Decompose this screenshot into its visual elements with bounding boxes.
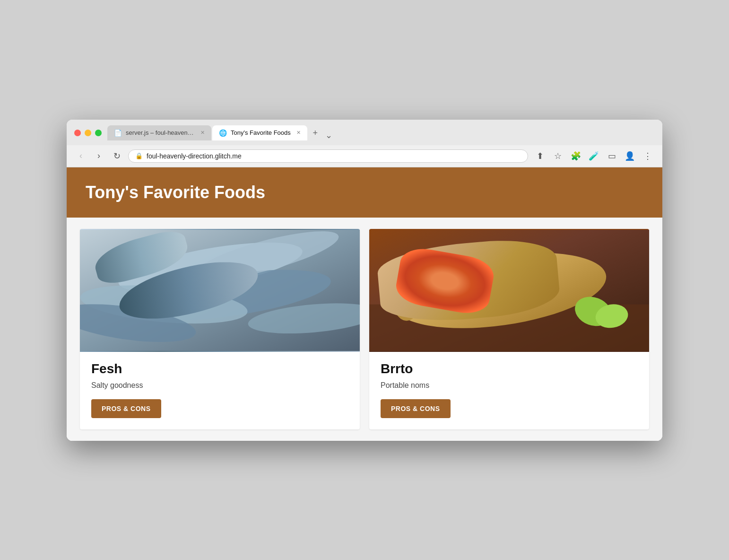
food-card-body-fesh: Fesh Salty goodness PROS & CONS (80, 352, 360, 429)
pros-cons-button-brrto[interactable]: PROS & CONS (381, 399, 451, 418)
food-name-fesh: Fesh (91, 361, 348, 376)
tabs-row: 📄 server.js – foul-heavenly-di… ✕ 🌐 Tony… (107, 125, 655, 140)
food-name-brrto: Brrto (381, 361, 638, 376)
site-tab-icon: 🌐 (219, 129, 227, 137)
screen-button[interactable]: ▭ (605, 149, 619, 163)
page-header: Tony's Favorite Foods (67, 167, 662, 218)
food-image-brrto (369, 229, 649, 352)
reload-button[interactable]: ↻ (110, 149, 123, 163)
back-button[interactable]: ‹ (74, 149, 87, 163)
svg-point-16 (439, 266, 486, 286)
page-title: Tony's Favorite Foods (86, 183, 643, 202)
maximize-button[interactable] (95, 130, 102, 136)
nav-actions: ⬆ ☆ 🧩 🧪 ▭ 👤 ⋮ (533, 149, 655, 163)
food-card-fesh: Fesh Salty goodness PROS & CONS (80, 229, 360, 429)
svg-point-14 (443, 252, 520, 291)
menu-button[interactable]: ⋮ (641, 149, 655, 163)
minimize-button[interactable] (85, 130, 91, 136)
food-card-body-brrto: Brrto Portable noms PROS & CONS (369, 352, 649, 429)
profile-button[interactable]: 👤 (623, 149, 637, 163)
code-tab-close[interactable]: ✕ (200, 130, 205, 136)
title-bar-top: 📄 server.js – foul-heavenly-di… ✕ 🌐 Tony… (74, 125, 655, 145)
food-card-brrto: Brrto Portable noms PROS & CONS (369, 229, 649, 429)
food-desc-brrto: Portable noms (381, 381, 638, 390)
share-button[interactable]: ⬆ (533, 149, 547, 163)
code-tab-label: server.js – foul-heavenly-di… (126, 129, 195, 136)
new-tab-button[interactable]: + (308, 126, 322, 140)
title-bar: 📄 server.js – foul-heavenly-di… ✕ 🌐 Tony… (67, 120, 662, 145)
pros-cons-button-fesh[interactable]: PROS & CONS (91, 399, 161, 418)
lock-icon: 🔒 (135, 152, 143, 159)
tab-site[interactable]: 🌐 Tony's Favorite Foods ✕ (212, 125, 307, 140)
address-bar[interactable]: 🔒 foul-heavenly-direction.glitch.me (128, 149, 528, 163)
code-tab-icon: 📄 (114, 129, 122, 137)
food-grid: Fesh Salty goodness PROS & CONS (67, 218, 662, 441)
page-content: Tony's Favorite Foods (67, 167, 662, 441)
svg-point-9 (133, 295, 138, 299)
svg-point-8 (119, 262, 121, 264)
close-button[interactable] (74, 130, 81, 136)
site-tab-label: Tony's Favorite Foods (231, 129, 291, 136)
traffic-lights (74, 130, 102, 136)
address-text: foul-heavenly-direction.glitch.me (147, 152, 521, 160)
svg-point-7 (118, 262, 124, 267)
svg-point-10 (134, 295, 136, 297)
food-desc-fesh: Salty goodness (91, 381, 348, 390)
browser-window: 📄 server.js – foul-heavenly-di… ✕ 🌐 Tony… (67, 120, 662, 441)
forward-button[interactable]: › (92, 149, 105, 163)
nav-bar: ‹ › ↻ 🔒 foul-heavenly-direction.glitch.m… (67, 145, 662, 167)
extensions-button[interactable]: 🧩 (569, 149, 583, 163)
svg-point-17 (472, 255, 509, 274)
lab-button[interactable]: 🧪 (587, 149, 601, 163)
bookmark-button[interactable]: ☆ (551, 149, 565, 163)
tab-code[interactable]: 📄 server.js – foul-heavenly-di… ✕ (107, 125, 211, 140)
fish-illustration (80, 229, 360, 352)
tab-dropdown-button[interactable]: ⌄ (325, 130, 332, 140)
burrito-illustration (369, 229, 649, 352)
site-tab-close[interactable]: ✕ (296, 130, 301, 136)
svg-point-15 (480, 254, 538, 284)
food-image-fesh (80, 229, 360, 352)
svg-point-20 (390, 260, 423, 320)
